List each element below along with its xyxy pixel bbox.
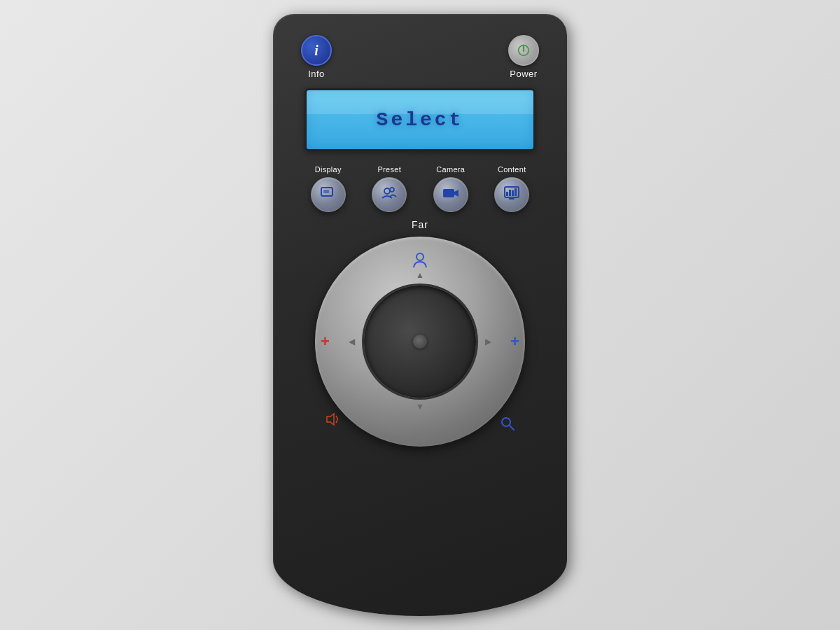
remote-control: i Info Power Select Display xyxy=(273,14,567,616)
nav-right-controls: + xyxy=(510,332,519,351)
lcd-screen: Select xyxy=(304,88,536,151)
display-label: Display xyxy=(315,165,342,174)
content-icon xyxy=(504,186,519,204)
info-button[interactable]: i xyxy=(301,35,332,66)
svg-rect-11 xyxy=(512,190,514,196)
display-group: Display xyxy=(311,165,346,212)
nav-up-arrow[interactable]: ▲ xyxy=(416,270,424,280)
preset-label: Preset xyxy=(377,165,401,174)
power-icon xyxy=(516,43,531,58)
nav-down-arrow[interactable]: ▼ xyxy=(416,402,424,412)
svg-rect-10 xyxy=(509,190,511,196)
info-label: Info xyxy=(308,69,325,79)
navigation-ring[interactable]: + + ▲ ▼ ◀ ▶ xyxy=(315,237,525,447)
far-label: Far xyxy=(412,219,428,230)
svg-rect-6 xyxy=(443,189,454,197)
search-icon-area xyxy=(500,416,515,434)
top-button-row: i Info Power xyxy=(294,28,546,83)
svg-point-14 xyxy=(416,253,424,260)
camera-icon xyxy=(442,187,459,203)
volume-icon-area xyxy=(325,412,340,430)
preset-button[interactable] xyxy=(372,177,407,212)
camera-group: Camera xyxy=(433,165,468,212)
preset-group: Preset xyxy=(372,165,407,212)
svg-marker-17 xyxy=(327,414,334,425)
info-group: i Info xyxy=(301,35,332,79)
info-icon: i xyxy=(314,43,318,59)
camera-button[interactable] xyxy=(433,177,468,212)
svg-point-4 xyxy=(384,188,390,194)
svg-line-16 xyxy=(510,426,514,430)
nav-center-button[interactable] xyxy=(364,286,476,398)
function-button-row: Display Preset xyxy=(294,165,546,212)
content-button[interactable] xyxy=(494,177,529,212)
svg-point-5 xyxy=(390,188,394,192)
nav-zoom-plus[interactable]: + xyxy=(510,332,519,351)
content-group: Content xyxy=(494,165,529,212)
nav-volume-plus[interactable]: + xyxy=(321,332,330,351)
power-label: Power xyxy=(510,69,537,79)
display-icon xyxy=(321,187,336,203)
display-button[interactable] xyxy=(311,177,346,212)
svg-rect-9 xyxy=(506,192,508,196)
nav-left-arrow[interactable]: ◀ xyxy=(349,337,355,346)
lcd-text: Select xyxy=(377,109,464,131)
power-button[interactable] xyxy=(508,35,539,66)
svg-rect-12 xyxy=(514,188,517,196)
svg-rect-3 xyxy=(323,190,329,193)
power-group: Power xyxy=(508,35,539,79)
camera-label: Camera xyxy=(436,165,465,174)
preset-icon xyxy=(381,186,398,204)
nav-right-arrow[interactable]: ▶ xyxy=(485,337,491,346)
content-label: Content xyxy=(498,165,526,174)
svg-marker-7 xyxy=(454,190,458,197)
nav-center-dot xyxy=(413,335,427,349)
nav-left-controls: + xyxy=(321,332,330,351)
